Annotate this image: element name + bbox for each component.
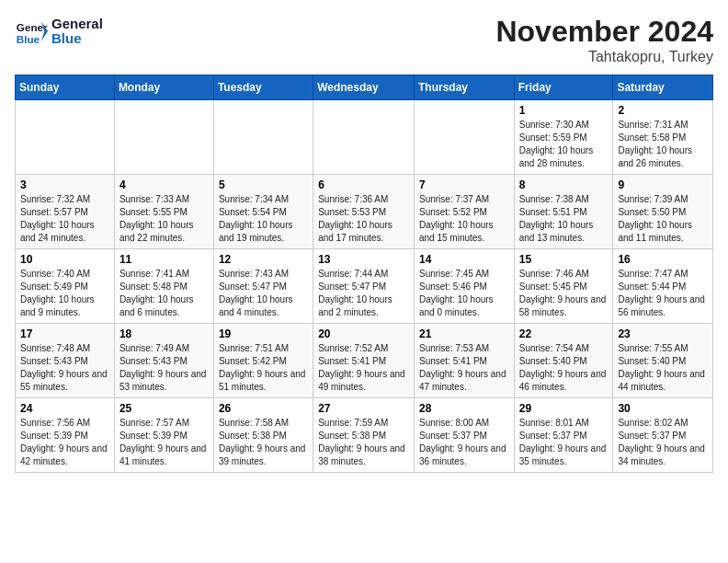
calendar-week-row: 10Sunrise: 7:40 AM Sunset: 5:49 PM Dayli… [16, 249, 713, 324]
day-info: Sunrise: 8:02 AM Sunset: 5:37 PM Dayligh… [618, 417, 708, 468]
svg-text:Blue: Blue [17, 33, 40, 45]
calendar-cell: 28Sunrise: 8:00 AM Sunset: 5:37 PM Dayli… [414, 398, 514, 473]
weekday-header-thursday: Thursday [414, 75, 514, 100]
calendar-cell: 12Sunrise: 7:43 AM Sunset: 5:47 PM Dayli… [213, 249, 313, 324]
day-number: 27 [318, 402, 409, 415]
calendar-cell: 5Sunrise: 7:34 AM Sunset: 5:54 PM Daylig… [213, 175, 313, 249]
day-number: 5 [219, 178, 308, 191]
day-info: Sunrise: 8:01 AM Sunset: 5:37 PM Dayligh… [519, 417, 609, 468]
day-info: Sunrise: 7:59 AM Sunset: 5:38 PM Dayligh… [318, 417, 409, 468]
day-info: Sunrise: 7:52 AM Sunset: 5:41 PM Dayligh… [318, 342, 409, 394]
location-title: Tahtakopru, Turkey [495, 49, 713, 65]
calendar-week-row: 17Sunrise: 7:48 AM Sunset: 5:43 PM Dayli… [16, 324, 713, 398]
weekday-header-row: SundayMondayTuesdayWednesdayThursdayFrid… [16, 75, 713, 100]
day-info: Sunrise: 7:56 AM Sunset: 5:39 PM Dayligh… [20, 417, 109, 468]
day-info: Sunrise: 7:54 AM Sunset: 5:40 PM Dayligh… [519, 342, 609, 394]
title-block: November 2024 Tahtakopru, Turkey [495, 15, 713, 65]
logo-general: General [51, 17, 103, 32]
day-number: 21 [419, 327, 509, 340]
day-info: Sunrise: 7:47 AM Sunset: 5:44 PM Dayligh… [618, 268, 708, 319]
calendar-cell: 2Sunrise: 7:31 AM Sunset: 5:58 PM Daylig… [613, 100, 713, 175]
calendar-week-row: 24Sunrise: 7:56 AM Sunset: 5:39 PM Dayli… [16, 398, 713, 473]
day-number: 12 [219, 253, 308, 266]
day-number: 13 [318, 253, 409, 266]
day-info: Sunrise: 7:37 AM Sunset: 5:52 PM Dayligh… [419, 193, 509, 245]
day-info: Sunrise: 7:38 AM Sunset: 5:51 PM Dayligh… [519, 193, 609, 245]
calendar-cell: 21Sunrise: 7:53 AM Sunset: 5:41 PM Dayli… [414, 324, 514, 398]
day-info: Sunrise: 7:41 AM Sunset: 5:48 PM Dayligh… [119, 268, 209, 319]
calendar-cell [213, 100, 313, 175]
day-number: 16 [618, 253, 708, 266]
day-info: Sunrise: 7:36 AM Sunset: 5:53 PM Dayligh… [318, 193, 409, 245]
calendar-week-row: 3Sunrise: 7:32 AM Sunset: 5:57 PM Daylig… [16, 175, 713, 249]
day-info: Sunrise: 7:45 AM Sunset: 5:46 PM Dayligh… [419, 268, 509, 319]
svg-text:General: General [17, 21, 48, 33]
calendar-cell [16, 100, 115, 175]
day-number: 29 [519, 402, 609, 415]
calendar-cell: 15Sunrise: 7:46 AM Sunset: 5:45 PM Dayli… [514, 249, 613, 324]
calendar-cell: 22Sunrise: 7:54 AM Sunset: 5:40 PM Dayli… [514, 324, 613, 398]
calendar-cell: 30Sunrise: 8:02 AM Sunset: 5:37 PM Dayli… [613, 398, 713, 473]
day-info: Sunrise: 7:46 AM Sunset: 5:45 PM Dayligh… [519, 268, 609, 319]
weekday-header-monday: Monday [114, 75, 213, 100]
day-number: 17 [20, 327, 109, 340]
calendar-cell: 4Sunrise: 7:33 AM Sunset: 5:55 PM Daylig… [114, 175, 213, 249]
day-number: 14 [419, 253, 509, 266]
day-number: 20 [318, 327, 409, 340]
day-number: 25 [119, 402, 209, 415]
calendar-cell: 20Sunrise: 7:52 AM Sunset: 5:41 PM Dayli… [313, 324, 415, 398]
day-number: 23 [618, 327, 708, 340]
day-info: Sunrise: 7:33 AM Sunset: 5:55 PM Dayligh… [119, 193, 209, 245]
calendar-cell: 7Sunrise: 7:37 AM Sunset: 5:52 PM Daylig… [414, 175, 514, 249]
day-number: 8 [519, 178, 609, 191]
day-info: Sunrise: 7:31 AM Sunset: 5:58 PM Dayligh… [618, 119, 708, 170]
day-number: 10 [20, 253, 109, 266]
day-number: 24 [20, 402, 109, 415]
day-number: 6 [318, 178, 409, 191]
page-header: General Blue General Blue November 2024 … [15, 15, 713, 65]
day-number: 18 [119, 327, 209, 340]
logo: General Blue General Blue [15, 15, 103, 48]
day-number: 19 [219, 327, 308, 340]
month-title: November 2024 [495, 15, 713, 49]
calendar-cell: 10Sunrise: 7:40 AM Sunset: 5:49 PM Dayli… [16, 249, 115, 324]
calendar-cell: 19Sunrise: 7:51 AM Sunset: 5:42 PM Dayli… [213, 324, 313, 398]
calendar-cell: 23Sunrise: 7:55 AM Sunset: 5:40 PM Dayli… [613, 324, 713, 398]
day-info: Sunrise: 7:43 AM Sunset: 5:47 PM Dayligh… [219, 268, 308, 319]
calendar-cell [313, 100, 415, 175]
day-number: 28 [419, 402, 509, 415]
logo-blue: Blue [51, 31, 103, 47]
day-number: 1 [519, 104, 609, 117]
day-number: 7 [419, 178, 509, 191]
calendar-cell: 18Sunrise: 7:49 AM Sunset: 5:43 PM Dayli… [114, 324, 213, 398]
day-info: Sunrise: 8:00 AM Sunset: 5:37 PM Dayligh… [419, 417, 509, 468]
day-info: Sunrise: 7:40 AM Sunset: 5:49 PM Dayligh… [20, 268, 109, 319]
day-number: 15 [519, 253, 609, 266]
calendar-cell: 16Sunrise: 7:47 AM Sunset: 5:44 PM Dayli… [613, 249, 713, 324]
day-info: Sunrise: 7:30 AM Sunset: 5:59 PM Dayligh… [519, 119, 609, 170]
day-info: Sunrise: 7:34 AM Sunset: 5:54 PM Dayligh… [219, 193, 308, 245]
calendar-cell: 27Sunrise: 7:59 AM Sunset: 5:38 PM Dayli… [313, 398, 415, 473]
day-number: 9 [618, 178, 708, 191]
calendar-cell: 3Sunrise: 7:32 AM Sunset: 5:57 PM Daylig… [16, 175, 115, 249]
day-info: Sunrise: 7:51 AM Sunset: 5:42 PM Dayligh… [219, 342, 308, 394]
day-number: 30 [618, 402, 708, 415]
day-number: 11 [119, 253, 209, 266]
calendar-cell: 13Sunrise: 7:44 AM Sunset: 5:47 PM Dayli… [313, 249, 415, 324]
day-info: Sunrise: 7:55 AM Sunset: 5:40 PM Dayligh… [618, 342, 708, 394]
day-info: Sunrise: 7:44 AM Sunset: 5:47 PM Dayligh… [318, 268, 409, 319]
logo-icon: General Blue [15, 15, 48, 48]
day-info: Sunrise: 7:48 AM Sunset: 5:43 PM Dayligh… [20, 342, 109, 394]
day-info: Sunrise: 7:57 AM Sunset: 5:39 PM Dayligh… [119, 417, 209, 468]
calendar-cell: 11Sunrise: 7:41 AM Sunset: 5:48 PM Dayli… [114, 249, 213, 324]
day-number: 26 [219, 402, 308, 415]
calendar-cell: 8Sunrise: 7:38 AM Sunset: 5:51 PM Daylig… [514, 175, 613, 249]
calendar-cell [114, 100, 213, 175]
day-info: Sunrise: 7:53 AM Sunset: 5:41 PM Dayligh… [419, 342, 509, 394]
weekday-header-sunday: Sunday [16, 75, 115, 100]
day-info: Sunrise: 7:58 AM Sunset: 5:38 PM Dayligh… [219, 417, 308, 468]
calendar-cell: 29Sunrise: 8:01 AM Sunset: 5:37 PM Dayli… [514, 398, 613, 473]
calendar-cell: 26Sunrise: 7:58 AM Sunset: 5:38 PM Dayli… [213, 398, 313, 473]
calendar-cell: 17Sunrise: 7:48 AM Sunset: 5:43 PM Dayli… [16, 324, 115, 398]
calendar-cell: 9Sunrise: 7:39 AM Sunset: 5:50 PM Daylig… [613, 175, 713, 249]
